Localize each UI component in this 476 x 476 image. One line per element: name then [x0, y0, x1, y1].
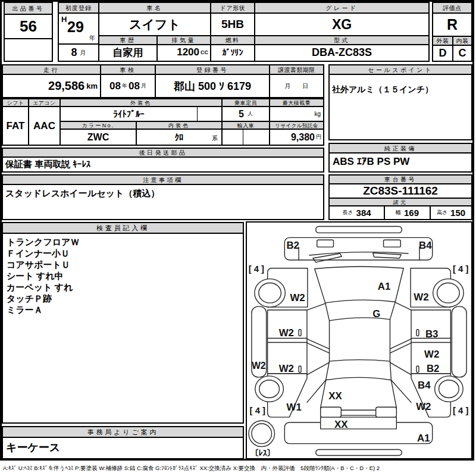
- shift-header: シフト: [3, 99, 28, 107]
- inspector-notes-header: 検査員記入欄: [3, 223, 243, 234]
- door-handle-rl: [299, 366, 301, 372]
- max-load-unit: kg: [314, 111, 321, 117]
- height-cell: 高さ 150: [431, 206, 471, 219]
- inspector-note-line: トランクフロアＷ: [7, 236, 243, 248]
- dimensions-row: 長さ 384 幅 169 高さ 150: [330, 206, 471, 219]
- mileage-col: 走行 29,586 km: [3, 65, 101, 97]
- door-fuel-col: ドア形状 5HB 燃料 ｶﾞｿﾘﾝ: [211, 3, 255, 61]
- capacity-unit: 人: [248, 110, 253, 118]
- inspection-year: 08: [109, 80, 121, 92]
- score-value: R: [433, 14, 471, 37]
- rating-box: 評価点 R 外装 内装 D C: [432, 2, 472, 62]
- first-registration-header: 初度登録: [59, 3, 98, 14]
- inspection-col: 車検 08 年 08 月: [101, 65, 156, 97]
- rear-window: [326, 360, 392, 380]
- rear-lower-panel: [321, 417, 397, 429]
- aircon-value: AAC: [29, 107, 60, 145]
- import-empty-cell-2: [243, 130, 269, 145]
- inspector-note-line: ミラーＡ: [7, 304, 243, 315]
- later-parts-box: 後日発送部品 保証書 車両取説 ｷｰﾚｽ: [2, 148, 324, 173]
- headlight-right: [384, 240, 401, 247]
- month-unit: 月: [80, 49, 86, 57]
- damage-code-legend: A:ｷｽﾞ U:ﾍｺﾐ B:ｷｽﾞを伴うﾍｺﾐ P:要塗装 W:補修跡 S:錆 …: [3, 465, 474, 472]
- spec-row: シフト FAT エアコン AAC 外装色 ﾗｲﾄﾌﾞﾙｰ カラーNo. 内装色 …: [2, 98, 324, 146]
- inspector-note-line: タッチＰ跡: [7, 293, 243, 304]
- mileage-value: 29,586: [48, 79, 84, 93]
- diagram-label-door-fr: B3: [425, 328, 439, 340]
- office-notice-value: キーケース: [3, 438, 243, 457]
- front-bumper-trim: [316, 227, 402, 233]
- inspector-notes-list: トランクフロアＷ Ｆインナー小Ｕ コアサポートＵ シート すれ中 カーペット す…: [3, 234, 243, 315]
- diagram-label-quarter-rl: W1: [287, 402, 302, 413]
- first-registration-month-cell: 8 月: [59, 45, 98, 61]
- sales-point-value: 社外アルミ（１５インチ）: [330, 75, 471, 105]
- lot-number-value: 56: [5, 15, 52, 39]
- import-empty-cell-1: [223, 130, 243, 145]
- interior-color-suffix: 系: [212, 134, 218, 143]
- capacity-cell: 5 人: [223, 107, 269, 122]
- interior-color-header: 内装色: [137, 122, 221, 130]
- length-cell: 長さ 384: [330, 206, 385, 219]
- exterior-color-row: ﾗｲﾄﾌﾞﾙｰ: [61, 107, 221, 122]
- inspection-month-unit: 月: [141, 82, 146, 90]
- exterior-color-value: ﾗｲﾄﾌﾞﾙｰ: [61, 107, 198, 121]
- front-panel: [284, 237, 432, 260]
- transfer-col: 譲渡書類期限 月 日: [270, 65, 323, 97]
- inspection-header: 車検: [101, 65, 155, 75]
- door-shape-header: ドア形状: [211, 3, 254, 14]
- registration-row: 走行 29,586 km 車検 08 年 08 月 登録番号 郡山 500 ｿ …: [2, 64, 324, 98]
- inspection-cell: 08 年 08 月: [101, 75, 155, 97]
- capacity-value: 5: [239, 109, 244, 120]
- mileage-cell: 29,586 km: [3, 75, 100, 97]
- diagram-label-quarter-rr-upper: B4: [418, 380, 431, 391]
- displacement-subcol: 排気量 1200 CC: [158, 36, 210, 61]
- diagram-label-front-right: B4: [419, 240, 432, 251]
- history-subcol: 車歴 自家用: [99, 36, 158, 61]
- spare-tire: [249, 421, 275, 447]
- diagram-label-door-rl: W2: [279, 363, 294, 374]
- office-notice-box: 事務局よりご案内 キーケース: [2, 426, 244, 459]
- taillight-left: [321, 407, 342, 417]
- notes-header: 注意事項欄: [3, 176, 323, 185]
- taillight-bar: [341, 410, 375, 415]
- max-load-header: 最大積載量: [270, 99, 323, 107]
- wiper-right: [373, 253, 401, 258]
- exterior-color-header: 外装色: [61, 99, 221, 107]
- roof-front-band: [325, 302, 396, 321]
- later-parts-value: 保証書 車両取説 ｷｰﾚｽ: [3, 158, 323, 171]
- inspection-month: 08: [129, 80, 140, 92]
- inspector-notes-box: 検査員記入欄 トランクフロアＷ Ｆインナー小Ｕ コアサポートＵ シート すれ中 …: [2, 222, 244, 424]
- door-shape-value: 5HB: [211, 14, 254, 36]
- grade-value: XG: [255, 14, 428, 36]
- office-notice-header: 事務局よりご案内: [3, 427, 243, 438]
- color-group: 外装色 ﾗｲﾄﾌﾞﾙｰ カラーNo. 内装色 ZWC ｸﾛ 系: [61, 99, 223, 145]
- width-value: 169: [404, 208, 419, 218]
- model-value: DBA-ZC83S: [255, 45, 428, 60]
- shift-value: FAT: [3, 107, 28, 145]
- diagram-label-quarter-rr: W2: [416, 401, 431, 412]
- ext-int-headers: 外装 内装: [433, 37, 471, 46]
- diagram-label-tread-rl: [ 4 ]: [250, 406, 265, 415]
- transfer-header: 譲渡書類期限: [270, 65, 323, 75]
- capacity-header: 乗車定員: [223, 99, 269, 107]
- registration-header: 登録番号: [156, 65, 269, 75]
- car-damage-diagram: B2 B4 A1 G W2 W2 W2 B3 W2 W2 W2 B2 W1 B4…: [247, 223, 471, 458]
- lot-number-empty-cell: [5, 39, 52, 60]
- color-subheaders: カラーNo. 内装色: [61, 122, 221, 130]
- displacement-value: 1200: [177, 46, 199, 58]
- diagram-label-door-rr: B2: [427, 363, 440, 374]
- interior-grade: C: [453, 46, 471, 61]
- chassis-header: 車台番号: [330, 176, 471, 184]
- oem-equipment-value: ABS ｴｱB PS PW: [330, 154, 471, 170]
- capacity-import-col: 乗車定員 5 人 輸入車: [223, 99, 270, 145]
- history-header: 車歴: [99, 36, 156, 45]
- sales-point-box: セールスポイント 社外アルミ（１５インチ）: [328, 64, 472, 140]
- interior-color-value: ｸﾛ: [175, 132, 184, 142]
- height-label: 高さ: [437, 209, 447, 217]
- era-letter: H: [61, 15, 67, 24]
- vehicle-header-table: 初度登録 H 29 年 8 月 車名 スイフト 車歴 自家用 排気量 1200 …: [58, 2, 430, 62]
- length-value: 384: [356, 208, 371, 218]
- inspector-note-line: シート すれ中: [7, 270, 243, 281]
- fuel-value: ｶﾞｿﾘﾝ: [211, 45, 254, 60]
- diagram-label-fender-fl: W2: [290, 292, 305, 303]
